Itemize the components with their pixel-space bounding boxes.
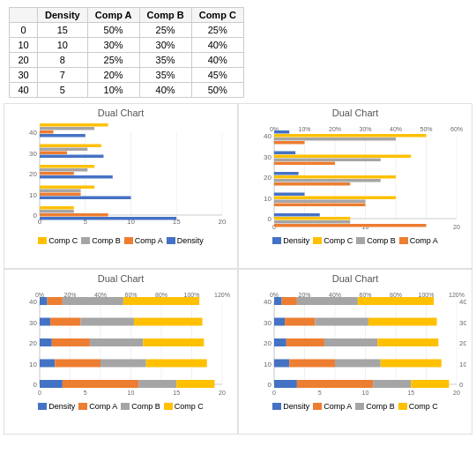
- svg-rect-123: [40, 297, 48, 305]
- svg-text:0: 0: [33, 381, 38, 389]
- svg-rect-156: [274, 360, 289, 368]
- legend-item: Comp C: [38, 236, 78, 245]
- svg-text:120%: 120%: [449, 292, 465, 298]
- svg-rect-158: [335, 360, 381, 368]
- chart-br-title: Dual Chart: [244, 273, 466, 284]
- svg-rect-35: [40, 130, 54, 134]
- legend-label: Comp A: [324, 402, 352, 411]
- svg-rect-63: [274, 197, 396, 200]
- legend-item: Comp C: [313, 236, 353, 245]
- svg-rect-170: [316, 318, 368, 326]
- svg-rect-159: [381, 360, 442, 368]
- legend-label: Comp A: [89, 402, 117, 411]
- svg-rect-29: [40, 148, 87, 152]
- svg-text:20%: 20%: [298, 292, 310, 298]
- svg-text:20%: 20%: [329, 126, 341, 132]
- svg-text:20: 20: [219, 390, 226, 396]
- svg-rect-163: [286, 338, 324, 346]
- svg-text:40: 40: [264, 298, 271, 306]
- svg-rect-78: [274, 134, 427, 138]
- data-table-section: DensityComp AComp BComp C01550%25%25%101…: [0, 0, 476, 103]
- svg-rect-24: [40, 168, 87, 172]
- chart-top-left: Dual Chart 05101520010203040 Comp CComp …: [4, 103, 238, 269]
- chart-tr-title: Dual Chart: [244, 108, 466, 118]
- legend-label: Comp B: [367, 236, 396, 245]
- legend-label: Comp C: [409, 402, 438, 411]
- svg-rect-21: [40, 197, 131, 200]
- svg-text:0: 0: [268, 215, 272, 223]
- svg-text:100%: 100%: [419, 292, 435, 298]
- svg-rect-105: [138, 380, 176, 388]
- svg-text:40: 40: [459, 298, 466, 306]
- legend-color-swatch: [355, 403, 364, 410]
- legend-color-swatch: [38, 403, 47, 410]
- svg-text:30: 30: [29, 150, 37, 158]
- svg-text:10: 10: [128, 390, 135, 396]
- svg-rect-114: [52, 338, 90, 346]
- svg-text:40: 40: [264, 132, 271, 140]
- svg-rect-115: [90, 338, 143, 346]
- svg-rect-64: [274, 200, 366, 204]
- svg-rect-14: [40, 210, 74, 213]
- svg-text:20: 20: [29, 170, 37, 178]
- svg-text:10%: 10%: [298, 126, 310, 132]
- svg-text:5: 5: [318, 390, 322, 396]
- svg-text:20: 20: [264, 339, 271, 347]
- svg-rect-162: [274, 338, 286, 346]
- svg-rect-169: [285, 318, 316, 326]
- legend-label: Comp C: [48, 236, 78, 245]
- legend-item: Comp A: [124, 236, 163, 245]
- svg-text:30: 30: [264, 153, 271, 161]
- svg-rect-26: [40, 175, 113, 179]
- svg-text:40%: 40%: [329, 292, 341, 298]
- svg-rect-126: [123, 297, 199, 305]
- svg-rect-70: [274, 182, 350, 186]
- svg-rect-62: [274, 193, 305, 197]
- legend-item: Density: [38, 402, 75, 411]
- svg-rect-19: [40, 190, 81, 193]
- legend-color-swatch: [272, 403, 281, 410]
- svg-rect-15: [40, 213, 108, 217]
- svg-rect-165: [377, 338, 438, 346]
- svg-rect-79: [274, 138, 396, 141]
- svg-text:50%: 50%: [420, 126, 432, 132]
- svg-rect-30: [40, 152, 67, 155]
- svg-rect-153: [411, 380, 449, 388]
- svg-rect-119: [50, 318, 80, 326]
- legend-item: Comp B: [356, 236, 396, 245]
- svg-text:30: 30: [459, 319, 466, 327]
- svg-rect-23: [40, 165, 94, 168]
- chart-bottom-right: Dual Chart 0%20%40%60%80%100%120%0510152…: [238, 269, 472, 435]
- svg-rect-77: [274, 130, 289, 134]
- svg-text:30: 30: [29, 319, 37, 327]
- legend-color-swatch: [313, 237, 322, 244]
- svg-rect-74: [274, 159, 381, 162]
- legend-label: Comp C: [175, 402, 204, 411]
- svg-rect-164: [324, 338, 377, 346]
- svg-rect-34: [40, 127, 94, 130]
- legend-color-swatch: [313, 403, 322, 410]
- svg-text:20%: 20%: [63, 292, 76, 298]
- legend-color-swatch: [164, 403, 173, 410]
- svg-rect-57: [274, 213, 320, 217]
- chart-tl-legend: Comp CComp BComp ADensity: [10, 236, 232, 245]
- svg-text:40%: 40%: [390, 126, 402, 132]
- svg-rect-157: [289, 360, 335, 368]
- svg-rect-68: [274, 175, 396, 179]
- svg-text:20: 20: [453, 390, 460, 396]
- legend-label: Comp B: [131, 402, 160, 411]
- svg-rect-72: [274, 152, 295, 155]
- svg-text:20: 20: [264, 174, 271, 182]
- legend-label: Comp C: [324, 236, 353, 245]
- svg-text:10: 10: [29, 191, 37, 199]
- legend-label: Comp A: [135, 236, 163, 245]
- charts-grid: Dual Chart 05101520010203040 Comp CComp …: [0, 103, 476, 438]
- svg-text:60%: 60%: [124, 292, 137, 298]
- legend-color-swatch: [124, 237, 133, 244]
- legend-item: Comp A: [399, 236, 438, 245]
- svg-rect-20: [40, 193, 81, 197]
- svg-text:40%: 40%: [94, 292, 107, 298]
- legend-label: Comp A: [410, 236, 438, 245]
- svg-text:10: 10: [264, 195, 271, 203]
- legend-label: Density: [283, 236, 309, 245]
